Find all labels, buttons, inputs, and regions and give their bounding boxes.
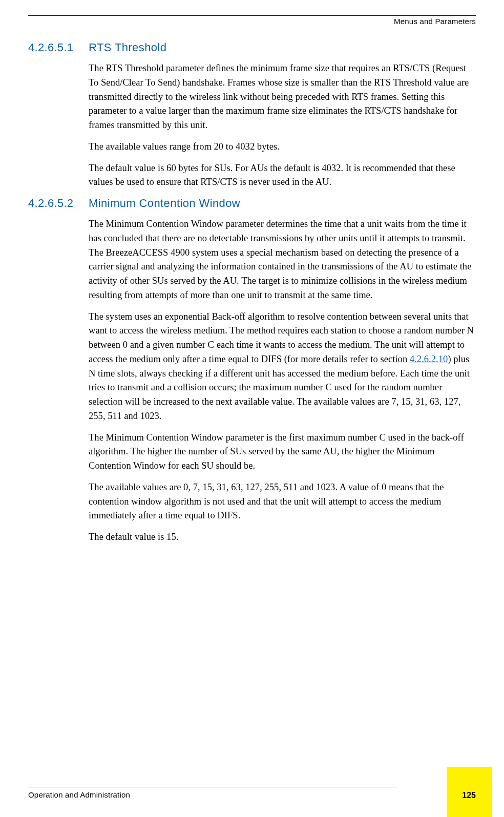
page-footer: Operation and Administration 125 <box>28 787 476 800</box>
paragraph: The Minimum Contention Window parameter … <box>89 217 476 303</box>
paragraph: The Minimum Contention Window parameter … <box>89 431 476 473</box>
section-cross-reference-link[interactable]: 4.2.6.2.10 <box>410 354 448 364</box>
page-header: Menus and Parameters <box>28 15 476 27</box>
paragraph: The default value is 60 bytes for SUs. F… <box>89 161 476 190</box>
running-head-text: Menus and Parameters <box>394 17 476 26</box>
paragraph: The default value is 15. <box>89 530 476 544</box>
section-body-2: The Minimum Contention Window parameter … <box>89 217 476 544</box>
footer-rule <box>28 787 397 788</box>
section-title: Minimum Contention Window <box>89 197 240 210</box>
paragraph: The available values range from 20 to 40… <box>89 140 476 154</box>
section-heading-1: 4.2.6.5.1 RTS Threshold <box>28 41 476 54</box>
section-title: RTS Threshold <box>89 41 166 54</box>
page-number: 125 <box>462 791 476 800</box>
page-content: 4.2.6.5.1 RTS Threshold The RTS Threshol… <box>28 41 476 544</box>
paragraph: The RTS Threshold parameter defines the … <box>89 61 476 133</box>
section-heading-2: 4.2.6.5.2 Minimum Contention Window <box>28 197 476 210</box>
footer-text: Operation and Administration <box>28 790 476 799</box>
section-number: 4.2.6.5.1 <box>28 41 89 54</box>
paragraph: The available values are 0, 7, 15, 31, 6… <box>89 480 476 523</box>
paragraph: The system uses an exponential Back-off … <box>89 310 476 424</box>
section-body-1: The RTS Threshold parameter defines the … <box>89 61 476 190</box>
section-number: 4.2.6.5.2 <box>28 197 89 210</box>
